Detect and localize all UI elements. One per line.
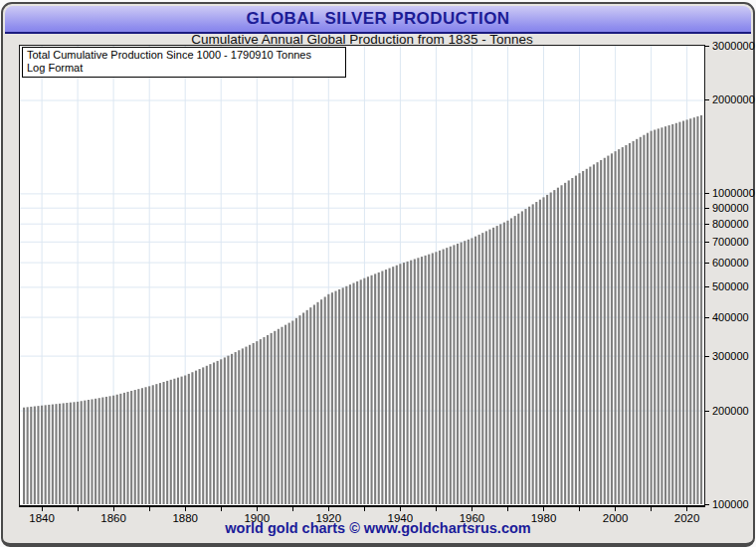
y-axis-tick xyxy=(704,263,709,264)
x-axis-tick xyxy=(364,507,365,511)
annotation-line-1: Total Cumulative Production Since 1000 -… xyxy=(27,49,341,62)
chart-window: GLOBAL SILVER PRODUCTION Cumulative Annu… xyxy=(0,0,756,547)
y-axis-tick xyxy=(704,193,709,194)
y-axis-tick xyxy=(704,224,709,225)
x-axis-tick xyxy=(149,507,150,511)
x-axis-tick xyxy=(615,507,616,511)
y-axis-tick xyxy=(704,411,709,412)
x-axis-tick xyxy=(113,507,114,511)
window-title: GLOBAL SILVER PRODUCTION xyxy=(247,9,510,29)
y-tick-label: 400000 xyxy=(712,311,749,323)
window-frame: GLOBAL SILVER PRODUCTION Cumulative Annu… xyxy=(1,2,755,547)
x-axis-tick xyxy=(42,507,43,511)
x-axis-tick xyxy=(328,507,329,511)
x-axis-tick xyxy=(78,507,79,511)
y-axis-tick xyxy=(704,46,709,47)
y-axis-tick xyxy=(704,99,709,100)
x-axis-tick xyxy=(507,507,508,511)
footer-credit: world gold charts © www.goldchartsrus.co… xyxy=(189,520,567,536)
x-tick-label: 1860 xyxy=(92,512,135,524)
x-axis-tick xyxy=(257,507,258,511)
x-tick-label: 1840 xyxy=(20,512,64,524)
y-axis-tick xyxy=(704,208,709,209)
y-tick-label: 500000 xyxy=(712,280,749,292)
x-tick-label: 2020 xyxy=(665,512,709,524)
y-axis-tick xyxy=(704,356,709,357)
y-tick-label: 200000 xyxy=(712,405,749,417)
x-axis-tick xyxy=(651,507,652,511)
x-axis-tick xyxy=(400,507,401,511)
x-axis-tick xyxy=(292,507,293,511)
bars-canvas xyxy=(20,46,704,504)
y-tick-label: 3000000 xyxy=(712,40,755,52)
y-tick-label: 100000 xyxy=(712,498,749,510)
x-axis-tick xyxy=(579,507,580,511)
y-axis-tick xyxy=(704,286,709,287)
x-axis-tick xyxy=(543,507,544,511)
y-axis-tick xyxy=(704,504,709,505)
annotation-line-2: Log Format xyxy=(27,62,341,75)
y-axis-tick xyxy=(704,317,709,318)
y-tick-label: 800000 xyxy=(712,218,749,230)
y-tick-label: 2000000 xyxy=(712,93,755,105)
x-axis-tick xyxy=(185,507,186,511)
window-titlebar: GLOBAL SILVER PRODUCTION xyxy=(5,6,751,34)
x-axis-tick xyxy=(686,507,687,511)
x-tick-label: 2000 xyxy=(594,512,638,524)
y-axis-tick xyxy=(704,242,709,243)
x-axis-tick xyxy=(436,507,437,511)
x-axis-tick xyxy=(472,507,472,511)
annotation-box: Total Cumulative Production Since 1000 -… xyxy=(22,47,346,78)
y-tick-label: 600000 xyxy=(712,257,749,269)
y-tick-label: 300000 xyxy=(712,350,749,362)
y-tick-label: 1000000 xyxy=(712,187,755,199)
plot-area: Total Cumulative Production Since 1000 -… xyxy=(19,45,705,507)
y-tick-label: 700000 xyxy=(712,236,749,248)
x-axis-tick xyxy=(221,507,222,511)
y-tick-label: 900000 xyxy=(712,202,749,214)
